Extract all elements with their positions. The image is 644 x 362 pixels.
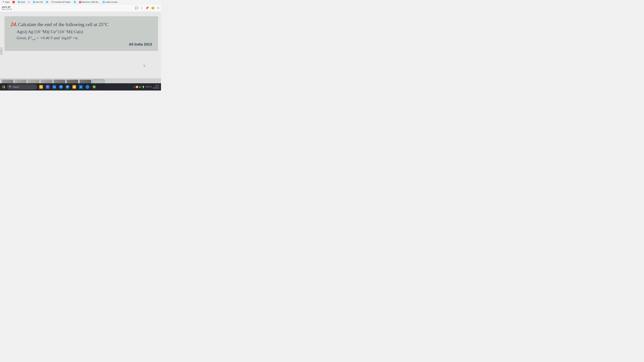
store-icon: 🛍	[52, 85, 56, 89]
taskbar-browser-blue[interactable]: 🔵	[84, 84, 90, 90]
bookmark-news[interactable]: 🌐 News	[17, 0, 26, 3]
help-icon: ?	[59, 85, 63, 89]
source-tag: All India 2013	[10, 42, 152, 46]
question-line3: Given, E°cell = +0.46 V and log10n =n.	[16, 35, 152, 41]
taskbar-help[interactable]: ?	[58, 84, 64, 90]
main-content: 24. Calculate the emf of the following c…	[0, 12, 161, 78]
teams-icon: T	[46, 85, 50, 89]
search-text: Search	[13, 86, 19, 88]
taskbar-store[interactable]: 🛍	[51, 84, 57, 90]
bookmark-newtab[interactable]: 🌐 New Tab	[32, 0, 44, 3]
page-header: ysics Sir day at 20:16 💬 ☆ 📌 😊 ↪	[0, 4, 161, 12]
tray-language[interactable]: ENG US	[146, 86, 152, 88]
header-left: ysics Sir day at 20:16	[2, 6, 12, 10]
clock-date: 23/09/20	[153, 87, 159, 89]
question-card: 24. Calculate the emf of the following c…	[4, 16, 158, 51]
start-button[interactable]	[0, 84, 7, 90]
emoji-icon[interactable]: 😊	[151, 6, 154, 10]
clock-time: 20:02	[153, 85, 159, 87]
tray-sound-icon[interactable]: 🔊	[139, 86, 142, 88]
question-line2: Ag(s)| Ag+(10−3M)|| Cu2+(10−1M)| Cu(s)	[16, 29, 152, 34]
share-icon[interactable]: ↪	[157, 6, 159, 10]
taskbar-search[interactable]: 🔍 Search	[7, 84, 37, 89]
app-wrapper: 📍 Maps ▶ 🌐 News G 🌐 New Tab 🌐 🎞 Animated…	[0, 0, 161, 90]
system-tray: ∧ 📶 🔊 🔋 ENG US 20:02 23/09/20	[134, 85, 160, 89]
bookmark-ibm[interactable]: M Welcome to IBM Ski...	[78, 1, 100, 3]
taskbar-widgets[interactable]: 🗓	[38, 84, 44, 90]
tray-icons: ∧ 📶 🔊 🔋	[134, 86, 144, 88]
star-icon[interactable]: ☆	[141, 6, 143, 10]
widgets-icon: 🗓	[39, 85, 43, 89]
chrome-icon: 🟢	[92, 85, 96, 89]
tray-clock[interactable]: 20:02 23/09/20	[153, 85, 159, 89]
bookmark-google[interactable]: G	[27, 0, 31, 3]
taskbar-msedge[interactable]: e	[78, 84, 84, 90]
comment-icon[interactable]: 💬	[135, 6, 138, 10]
question-line1: 24. Calculate the emf of the following c…	[10, 21, 152, 28]
windows-icon	[2, 85, 5, 88]
bookmark-maps[interactable]: 📍 Maps	[1, 0, 10, 3]
taskbar: 🔍 Search 🗓 T 🛍 ? 🌊 📁	[0, 83, 161, 90]
taskbar-chrome[interactable]: 🟢	[91, 84, 97, 90]
tray-network-icon[interactable]: 📶	[136, 86, 138, 88]
search-icon: 🔍	[9, 86, 12, 88]
cursor	[144, 64, 146, 66]
question-text-line1: Calculate the emf of the following cell …	[18, 22, 108, 27]
browser-blue-icon: 🔵	[86, 85, 89, 89]
edge-icon: 🌊	[66, 85, 70, 89]
bookmark-misc2[interactable]: 🌐	[73, 0, 77, 3]
bookmark-gif[interactable]: 🎞 Animated GIF Maker	[50, 0, 72, 3]
taskbar-edge[interactable]: 🌊	[64, 84, 70, 90]
header-actions: 💬 ☆ 📌 😊 ↪	[135, 6, 159, 10]
sidebar-arrow[interactable]: ‹	[0, 47, 3, 55]
bookmarks-bar: 📍 Maps ▶ 🌐 News G 🌐 New Tab 🌐 🎞 Animated…	[0, 0, 161, 4]
msedge-icon: e	[79, 85, 83, 89]
tray-battery-icon[interactable]: 🔋	[142, 86, 144, 88]
content-area: ‹ 24. Calculate the emf of the following…	[0, 12, 161, 90]
bookmark-acrobat[interactable]: 🌐 Adobe Acrobat	[102, 0, 118, 3]
taskbar-apps: 🗓 T 🛍 ? 🌊 📁 e 🔵	[38, 84, 97, 90]
taskbar-files[interactable]: 📁	[71, 84, 77, 90]
bookmark-youtube[interactable]: ▶	[12, 1, 16, 3]
pin-icon[interactable]: 📌	[146, 6, 149, 10]
tray-chevron[interactable]: ∧	[134, 86, 135, 88]
files-icon: 📁	[72, 85, 76, 89]
question-number: 24.	[10, 21, 17, 27]
taskbar-teams[interactable]: T	[45, 84, 51, 90]
sender-name: ysics Sir	[2, 6, 12, 8]
bookmark-misc1[interactable]: 🌐	[45, 0, 49, 3]
message-time: day at 20:16	[2, 8, 12, 10]
